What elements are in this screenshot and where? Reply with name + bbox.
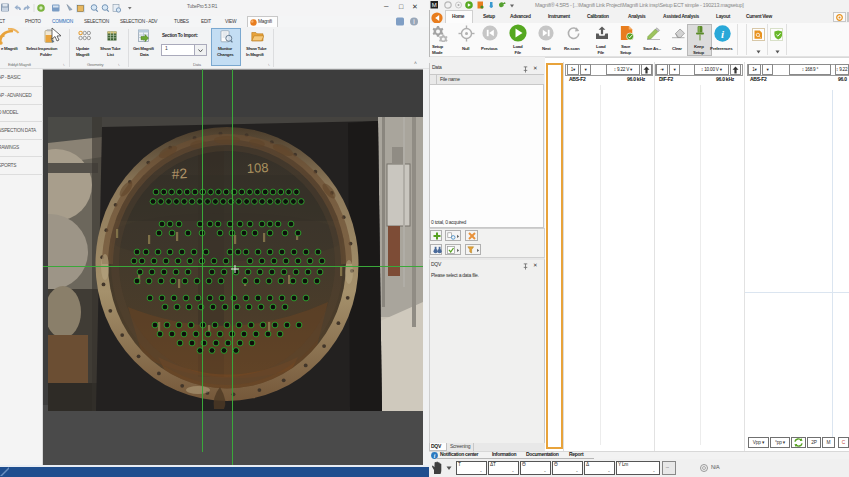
svg-text:#2: #2	[171, 165, 188, 182]
svg-text:i: i	[413, 18, 414, 25]
svg-text:M: M	[432, 2, 437, 8]
svg-text:108: 108	[246, 160, 268, 176]
